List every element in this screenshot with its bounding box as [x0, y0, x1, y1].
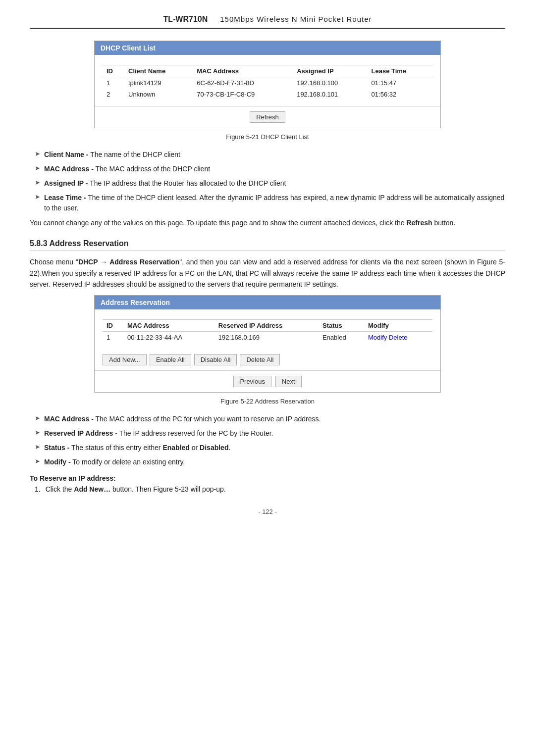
dhcp-mac: 70-73-CB-1F-C8-C9 — [193, 89, 293, 100]
dhcp-id: 1 — [103, 77, 124, 89]
dhcp-client-name: Unknown — [124, 89, 193, 100]
ar-table-row: 1 00-11-22-33-44-AA 192.168.0.169 Enable… — [103, 331, 432, 343]
dhcp-mac: 6C-62-6D-F7-31-8D — [193, 77, 293, 89]
ar-bullet-reserved-ip-text: Reserved IP Address - The IP address res… — [44, 428, 273, 439]
refresh-bold: Refresh — [406, 219, 432, 227]
dhcp-lease-time: 01:15:47 — [368, 77, 432, 89]
ar-status: Enabled — [319, 331, 364, 343]
col-client-name: Client Name — [124, 65, 193, 77]
ar-bullet-mac: ➤ MAC Address - The MAC address of the P… — [30, 414, 505, 424]
ar-bullet-modify: ➤ Modify - To modify or delete an existi… — [30, 457, 505, 467]
dhcp-panel-header: DHCP Client List — [95, 41, 440, 55]
bullet-arrow-1: ➤ — [35, 414, 40, 422]
next-button[interactable]: Next — [275, 376, 302, 387]
dhcp-bullet-1: ➤MAC Address - The MAC address of the DH… — [30, 164, 505, 174]
col-mac: MAC Address — [193, 65, 293, 77]
dhcp-panel-body: ID Client Name MAC Address Assigned IP L… — [95, 55, 440, 106]
delete-link[interactable]: Delete — [389, 334, 408, 341]
to-reserve-heading: To Reserve an IP address: — [30, 474, 505, 482]
dhcp-table-row: 2 Unknown 70-73-CB-1F-C8-C9 192.168.0.10… — [103, 89, 432, 100]
previous-button[interactable]: Previous — [233, 376, 271, 387]
dhcp-bullet-text-1: MAC Address - The MAC address of the DHC… — [44, 164, 210, 174]
dhcp-bullet-text-2: Assigned IP - The IP address that the Ro… — [44, 178, 286, 189]
dhcp-bold: DHCP — [78, 258, 98, 266]
section-583-heading: 5.8.3 Address Reservation — [30, 239, 505, 251]
ar-bullet-reserved-ip: ➤ Reserved IP Address - The IP address r… — [30, 428, 505, 439]
ar-id: 1 — [103, 331, 123, 343]
ar-col-id: ID — [103, 319, 123, 331]
ar-panel-body: ID MAC Address Reserved IP Address Statu… — [95, 309, 440, 349]
refresh-button[interactable]: Refresh — [250, 111, 285, 123]
ar-table-header-row: ID MAC Address Reserved IP Address Statu… — [103, 319, 432, 331]
dhcp-bullet-3: ➤Lease Time - The time of the DHCP clien… — [30, 193, 505, 213]
enable-all-button[interactable]: Enable All — [150, 354, 191, 365]
dhcp-bullet-text-0: Client Name - The name of the DHCP clien… — [44, 150, 180, 160]
address-reservation-panel: Address Reservation ID MAC Address Reser… — [94, 295, 441, 393]
add-new-button[interactable]: Add New... — [103, 354, 147, 365]
ar-action-buttons: Add New... Enable All Disable All Delete… — [95, 349, 440, 370]
ar-bullet-status-text: Status - The status of this entry either… — [44, 443, 230, 453]
model-name: TL-WR710N — [163, 15, 208, 23]
modify-link[interactable]: Modify — [368, 334, 387, 341]
dhcp-bullet-2: ➤Assigned IP - The IP address that the R… — [30, 178, 505, 189]
ar-panel-header: Address Reservation — [95, 296, 440, 309]
ar-col-modify: Modify — [364, 319, 432, 331]
dhcp-bullets: ➤Client Name - The name of the DHCP clie… — [30, 150, 505, 213]
bullet-arrow-4: ➤ — [35, 457, 40, 465]
ar-nav-buttons: Previous Next — [95, 370, 440, 392]
ar-bullet-mac-text: MAC Address - The MAC address of the PC … — [44, 414, 321, 424]
dhcp-id: 2 — [103, 89, 124, 100]
col-assigned-ip: Assigned IP — [293, 65, 367, 77]
dhcp-table-header-row: ID Client Name MAC Address Assigned IP L… — [103, 65, 432, 77]
dhcp-bullet-arrow-3: ➤ — [35, 193, 40, 201]
section-583-body: Choose menu "DHCP → Address Reservation"… — [30, 256, 505, 290]
figure-21-caption: Figure 5-21 DHCP Client List — [30, 133, 505, 141]
dhcp-table-row: 1 tplink14129 6C-62-6D-F7-31-8D 192.168.… — [103, 77, 432, 89]
add-new-bold: Add New… — [74, 485, 110, 493]
dhcp-panel-footer: Refresh — [95, 106, 440, 128]
numbered-item-1: 1. Click the Add New… button. Then Figur… — [30, 485, 505, 493]
address-reservation-bold: Address Reservation — [109, 258, 179, 266]
col-id: ID — [103, 65, 124, 77]
figure-22-caption: Figure 5-22 Address Reservation — [30, 398, 505, 405]
delete-all-button[interactable]: Delete All — [240, 354, 280, 365]
bullet-arrow-2: ➤ — [35, 429, 40, 436]
ar-bullet-status: ➤ Status - The status of this entry eith… — [30, 443, 505, 453]
page-number: - 122 - — [30, 508, 505, 515]
disable-all-button[interactable]: Disable All — [194, 354, 237, 365]
ar-table: ID MAC Address Reserved IP Address Statu… — [103, 319, 432, 343]
bullet-arrow-3: ➤ — [35, 443, 40, 451]
dhcp-assigned-ip: 192.168.0.101 — [293, 89, 367, 100]
dhcp-bullet-0: ➤Client Name - The name of the DHCP clie… — [30, 150, 505, 160]
ar-col-status: Status — [319, 319, 364, 331]
item-text-1: Click the Add New… button. Then Figure 5… — [46, 485, 226, 493]
page-header: TL-WR710N 150Mbps Wireless N Mini Pocket… — [30, 15, 505, 29]
dhcp-lease-time: 01:56:32 — [368, 89, 432, 100]
col-lease-time: Lease Time — [368, 65, 432, 77]
dhcp-client-list-panel: DHCP Client List ID Client Name MAC Addr… — [94, 41, 441, 128]
ar-modify: Modify Delete — [364, 331, 432, 343]
ar-reserved-ip: 192.168.0.169 — [214, 331, 319, 343]
dhcp-client-name: tplink14129 — [124, 77, 193, 89]
dhcp-body-text: You cannot change any of the values on t… — [30, 217, 505, 228]
ar-bullet-modify-text: Modify - To modify or delete an existing… — [44, 457, 185, 467]
dhcp-bullet-arrow-2: ➤ — [35, 179, 40, 186]
dhcp-table: ID Client Name MAC Address Assigned IP L… — [103, 65, 432, 100]
dhcp-bullet-arrow-1: ➤ — [35, 164, 40, 172]
ar-col-mac: MAC Address — [123, 319, 214, 331]
model-subtitle: 150Mbps Wireless N Mini Pocket Router — [220, 15, 372, 23]
ar-mac: 00-11-22-33-44-AA — [123, 331, 214, 343]
dhcp-bullet-text-3: Lease Time - The time of the DHCP client… — [44, 193, 505, 213]
dhcp-bullet-arrow-0: ➤ — [35, 150, 40, 157]
item-num-1: 1. — [35, 485, 41, 493]
ar-col-reserved-ip: Reserved IP Address — [214, 319, 319, 331]
dhcp-assigned-ip: 192.168.0.100 — [293, 77, 367, 89]
